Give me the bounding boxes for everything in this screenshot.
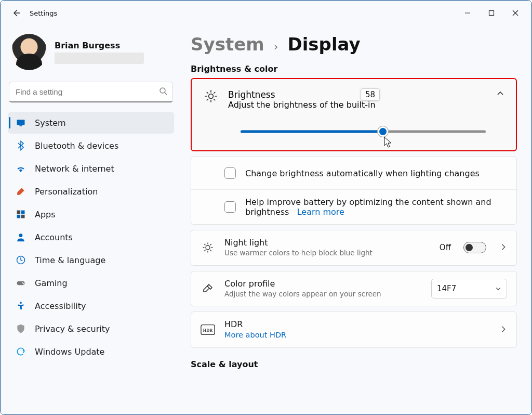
slider-thumb[interactable] bbox=[378, 126, 388, 137]
svg-line-23 bbox=[207, 92, 208, 93]
night-light-card[interactable]: Night light Use warmer colors to help bl… bbox=[191, 230, 517, 266]
window-title: Settings bbox=[30, 9, 57, 17]
brush-icon bbox=[15, 186, 26, 197]
brightness-options-card: Change brightness automatically when lig… bbox=[191, 157, 517, 225]
user-email-redacted bbox=[55, 53, 144, 64]
content-adaptive-checkbox[interactable] bbox=[224, 201, 236, 213]
content-adaptive-row[interactable]: Help improve battery by optimizing the c… bbox=[191, 189, 516, 224]
nav-label: Windows Update bbox=[35, 347, 104, 357]
slider-track-fill bbox=[241, 131, 383, 133]
night-light-toggle[interactable] bbox=[463, 242, 486, 253]
nav-item-gaming[interactable]: Gaming bbox=[8, 272, 174, 294]
svg-rect-6 bbox=[17, 120, 25, 125]
maximize-icon bbox=[488, 10, 495, 16]
svg-point-16 bbox=[23, 283, 24, 284]
search-icon bbox=[159, 87, 167, 97]
nav-item-bluetooth[interactable]: Bluetooth & devices bbox=[8, 135, 174, 157]
brightness-slider[interactable] bbox=[241, 127, 486, 136]
night-light-expand[interactable] bbox=[500, 243, 507, 253]
svg-line-35 bbox=[210, 244, 211, 245]
user-name: Brian Burgess bbox=[55, 41, 144, 50]
hdr-icon: HDR bbox=[201, 324, 215, 335]
maximize-button[interactable] bbox=[480, 3, 503, 23]
svg-rect-11 bbox=[21, 215, 25, 218]
section-header-brightness-color: Brightness & color bbox=[191, 64, 517, 74]
svg-line-25 bbox=[207, 99, 208, 100]
chevron-right-icon: › bbox=[274, 40, 278, 53]
breadcrumb: System › Display bbox=[191, 34, 517, 55]
svg-line-5 bbox=[165, 93, 167, 95]
night-light-title: Night light bbox=[224, 238, 430, 248]
close-button[interactable] bbox=[503, 3, 527, 23]
color-profile-selected: 14F7 bbox=[437, 284, 456, 293]
brightness-subtitle: Adjust the brightness of the built-in bbox=[228, 100, 487, 110]
chevron-down-icon bbox=[495, 286, 501, 292]
color-profile-card[interactable]: Color profile Adjust the way colors appe… bbox=[191, 271, 517, 307]
eyedropper-icon bbox=[201, 282, 215, 295]
accessibility-icon bbox=[15, 300, 26, 312]
nav-label: Gaming bbox=[35, 278, 68, 288]
nav-label: Apps bbox=[35, 210, 56, 219]
chevron-up-icon bbox=[496, 89, 504, 98]
nav-item-network[interactable]: Network & internet bbox=[8, 158, 174, 179]
cursor-icon bbox=[384, 137, 393, 148]
search-input[interactable] bbox=[15, 87, 159, 97]
auto-brightness-row[interactable]: Change brightness automatically when lig… bbox=[191, 157, 516, 189]
nav-item-time-language[interactable]: Time & language bbox=[8, 249, 174, 271]
collapse-button[interactable] bbox=[496, 89, 504, 100]
nav-item-accounts[interactable]: Accounts bbox=[8, 226, 174, 248]
search-input-wrapper[interactable] bbox=[9, 82, 173, 102]
nav-item-privacy[interactable]: Privacy & security bbox=[8, 318, 174, 340]
hdr-card[interactable]: HDR HDR More about HDR bbox=[191, 312, 517, 348]
nav-item-personalization[interactable]: Personalization bbox=[8, 180, 174, 202]
auto-brightness-label: Change brightness automatically when lig… bbox=[245, 168, 507, 178]
svg-point-4 bbox=[160, 88, 165, 93]
svg-point-17 bbox=[20, 302, 22, 304]
minimize-button[interactable] bbox=[456, 3, 480, 23]
update-icon bbox=[15, 346, 26, 357]
user-block[interactable]: Brian Burgess bbox=[8, 31, 174, 71]
svg-line-26 bbox=[214, 92, 215, 93]
hdr-title: HDR bbox=[224, 319, 490, 329]
svg-point-18 bbox=[209, 94, 214, 99]
svg-rect-7 bbox=[20, 125, 22, 126]
nav-item-apps[interactable]: Apps bbox=[8, 203, 174, 225]
svg-text:HDR: HDR bbox=[203, 328, 214, 333]
nav-label: Time & language bbox=[35, 255, 105, 265]
nav-item-accessibility[interactable]: Accessibility bbox=[8, 295, 174, 317]
nav-label: Personalization bbox=[35, 187, 98, 197]
svg-line-34 bbox=[205, 250, 206, 251]
avatar bbox=[11, 34, 47, 70]
nav-item-system[interactable]: System bbox=[8, 112, 174, 134]
svg-line-33 bbox=[210, 250, 211, 251]
svg-rect-14 bbox=[17, 281, 25, 286]
brightness-card: Brightness Adjust the brightness of the … bbox=[191, 78, 517, 151]
main-content: System › Display Brightness & color Brig… bbox=[181, 25, 531, 414]
back-button[interactable] bbox=[11, 8, 21, 18]
gamepad-icon bbox=[15, 277, 26, 289]
brightness-value-tooltip: 58 bbox=[361, 88, 380, 101]
titlebar: Settings bbox=[1, 1, 531, 25]
bluetooth-icon bbox=[15, 140, 26, 151]
back-arrow-icon bbox=[12, 9, 20, 17]
auto-brightness-checkbox[interactable] bbox=[224, 167, 236, 179]
nav-label: Network & internet bbox=[35, 164, 114, 174]
nav-label: Accounts bbox=[35, 232, 73, 242]
nav-label: Privacy & security bbox=[35, 324, 110, 334]
hdr-link[interactable]: More about HDR bbox=[224, 330, 490, 340]
hdr-expand[interactable] bbox=[500, 325, 507, 335]
section-header-scale-layout: Scale & layout bbox=[191, 359, 517, 369]
nav-item-windows-update[interactable]: Windows Update bbox=[8, 341, 174, 362]
apps-icon bbox=[15, 209, 26, 220]
svg-point-15 bbox=[22, 282, 23, 283]
nav-label: System bbox=[35, 118, 66, 128]
sidebar: Brian Burgess System Bluetooth & devices bbox=[1, 25, 181, 414]
color-profile-subtitle: Adjust the way colors appear on your scr… bbox=[224, 290, 422, 299]
svg-rect-8 bbox=[17, 211, 21, 214]
chevron-right-icon bbox=[500, 326, 507, 333]
breadcrumb-parent[interactable]: System bbox=[191, 34, 264, 55]
svg-line-24 bbox=[214, 99, 215, 100]
learn-more-link[interactable]: Learn more bbox=[297, 207, 344, 217]
svg-rect-9 bbox=[21, 211, 25, 214]
color-profile-select[interactable]: 14F7 bbox=[431, 279, 507, 299]
